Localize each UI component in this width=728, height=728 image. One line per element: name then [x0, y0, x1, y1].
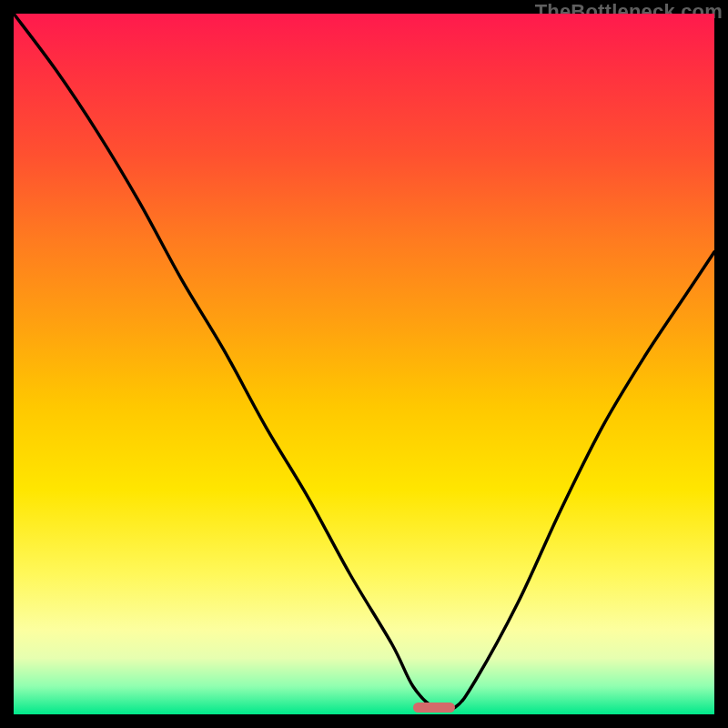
plot-area [14, 14, 714, 714]
chart-frame: TheBottleneck.com [0, 0, 728, 728]
minimum-marker [413, 703, 455, 713]
bottleneck-curve [14, 14, 714, 714]
